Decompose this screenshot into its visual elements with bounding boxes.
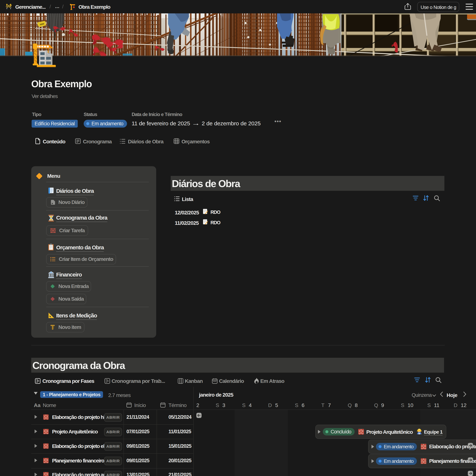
svg-text:$: $ — [51, 272, 51, 273]
